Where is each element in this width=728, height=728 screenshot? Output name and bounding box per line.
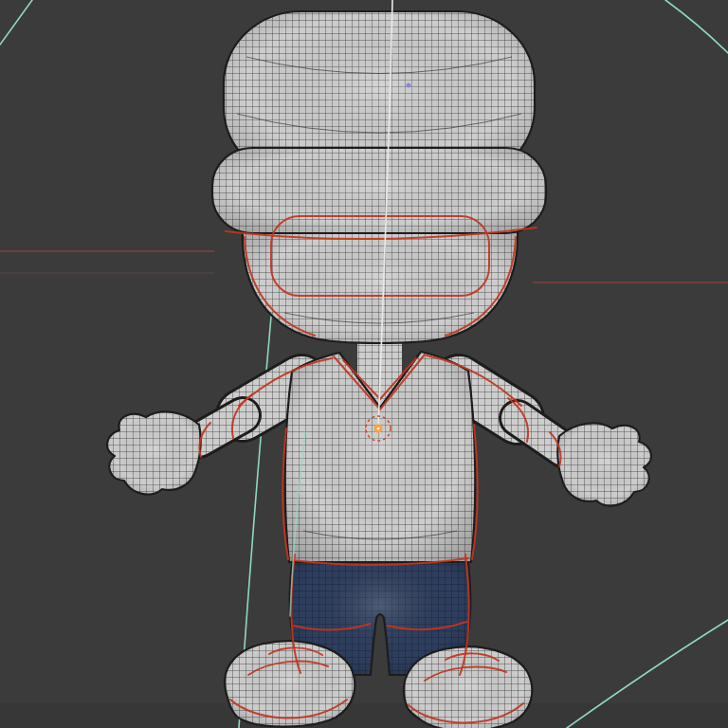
viewport-canvas[interactable] [0,0,728,728]
floor-shadow-strip [0,703,728,728]
head[interactable] [212,11,546,343]
vertex-highlight-dot[interactable] [407,83,411,88]
shoe-left[interactable] [225,641,355,726]
shoe-right[interactable] [404,646,532,728]
viewport-stage [0,0,728,728]
beanie-brim-shading-layer [212,148,546,233]
origin-dot-center [377,428,380,430]
shoe-left-shading-layer [225,641,355,726]
